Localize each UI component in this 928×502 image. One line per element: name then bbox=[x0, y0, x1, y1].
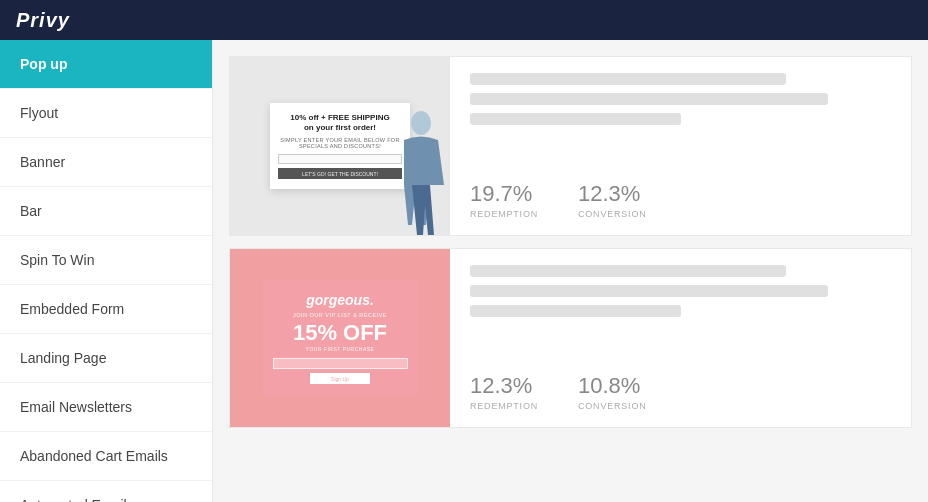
popup-sub-1: SIMPLY ENTER YOUR EMAIL BELOW FOR SPECIA… bbox=[278, 137, 402, 149]
skeleton-lines-2 bbox=[470, 265, 891, 317]
skeleton-line bbox=[470, 73, 786, 85]
popup-input-1 bbox=[278, 154, 402, 164]
skeleton-line bbox=[470, 285, 828, 297]
conversion-value-1: 12.3% bbox=[578, 181, 647, 207]
pink-script: gorgeous. bbox=[273, 292, 408, 308]
pink-purchase-text: YOUR FIRST PURCHASE bbox=[273, 346, 408, 352]
skeleton-line bbox=[470, 265, 786, 277]
sidebar-item-landing-page[interactable]: Landing Page bbox=[0, 334, 212, 383]
sidebar-item-banner[interactable]: Banner bbox=[0, 138, 212, 187]
skeleton-line bbox=[470, 113, 681, 125]
preview-white-bg: 10% off + FREE SHIPPING on your first or… bbox=[230, 57, 450, 235]
model-silhouette-1 bbox=[392, 105, 450, 235]
card-stats-1: 19.7% REDEMPTION 12.3% CONVERSION bbox=[450, 57, 911, 235]
preview-pink-bg: gorgeous. JOIN OUR VIP LIST & RECEIVE 15… bbox=[230, 249, 450, 427]
card-preview-1: 10% off + FREE SHIPPING on your first or… bbox=[230, 57, 450, 235]
sidebar: Pop up Flyout Banner Bar Spin To Win Emb… bbox=[0, 40, 213, 502]
header: Privy bbox=[0, 0, 928, 40]
content-area: 10% off + FREE SHIPPING on your first or… bbox=[213, 40, 928, 502]
skeleton-lines-1 bbox=[470, 73, 891, 125]
sidebar-item-embedded-form[interactable]: Embedded Form bbox=[0, 285, 212, 334]
campaign-card-1: 10% off + FREE SHIPPING on your first or… bbox=[229, 56, 912, 236]
redemption-value-2: 12.3% bbox=[470, 373, 538, 399]
redemption-stat-1: 19.7% REDEMPTION bbox=[470, 181, 538, 219]
card-preview-2: gorgeous. JOIN OUR VIP LIST & RECEIVE 15… bbox=[230, 249, 450, 427]
sidebar-item-abandoned-cart[interactable]: Abandoned Cart Emails bbox=[0, 432, 212, 481]
skeleton-line bbox=[470, 305, 681, 317]
conversion-value-2: 10.8% bbox=[578, 373, 647, 399]
conversion-label-2: CONVERSION bbox=[578, 401, 647, 411]
sidebar-item-flyout[interactable]: Flyout bbox=[0, 89, 212, 138]
stats-row-2: 12.3% REDEMPTION 10.8% CONVERSION bbox=[470, 373, 891, 411]
sidebar-item-automated-emails[interactable]: Automated Emails bbox=[0, 481, 212, 502]
redemption-label-1: REDEMPTION bbox=[470, 209, 538, 219]
popup-title-1: 10% off + FREE SHIPPING on your first or… bbox=[278, 113, 402, 134]
sidebar-item-spin-to-win[interactable]: Spin To Win bbox=[0, 236, 212, 285]
conversion-stat-1: 12.3% CONVERSION bbox=[578, 181, 647, 219]
main-layout: Pop up Flyout Banner Bar Spin To Win Emb… bbox=[0, 40, 928, 502]
pink-discount: 15% OFF bbox=[273, 322, 408, 344]
pink-join-text: JOIN OUR VIP LIST & RECEIVE bbox=[273, 312, 408, 318]
redemption-label-2: REDEMPTION bbox=[470, 401, 538, 411]
conversion-stat-2: 10.8% CONVERSION bbox=[578, 373, 647, 411]
redemption-stat-2: 12.3% REDEMPTION bbox=[470, 373, 538, 411]
campaign-card-2: gorgeous. JOIN OUR VIP LIST & RECEIVE 15… bbox=[229, 248, 912, 428]
pink-input bbox=[273, 358, 408, 369]
svg-point-0 bbox=[411, 111, 431, 135]
sidebar-item-email-newsletters[interactable]: Email Newsletters bbox=[0, 383, 212, 432]
popup-mock-white: 10% off + FREE SHIPPING on your first or… bbox=[270, 103, 410, 190]
popup-btn-1: LET'S GO! GET THE DISCOUNT! bbox=[278, 168, 402, 179]
card-stats-2: 12.3% REDEMPTION 10.8% CONVERSION bbox=[450, 249, 911, 427]
conversion-label-1: CONVERSION bbox=[578, 209, 647, 219]
sidebar-item-popup[interactable]: Pop up bbox=[0, 40, 212, 89]
stats-row-1: 19.7% REDEMPTION 12.3% CONVERSION bbox=[470, 181, 891, 219]
skeleton-line bbox=[470, 93, 828, 105]
pink-btn: Sign Up bbox=[310, 373, 370, 384]
popup-mock-pink: gorgeous. JOIN OUR VIP LIST & RECEIVE 15… bbox=[263, 280, 418, 396]
sidebar-item-bar[interactable]: Bar bbox=[0, 187, 212, 236]
redemption-value-1: 19.7% bbox=[470, 181, 538, 207]
logo: Privy bbox=[16, 9, 70, 32]
